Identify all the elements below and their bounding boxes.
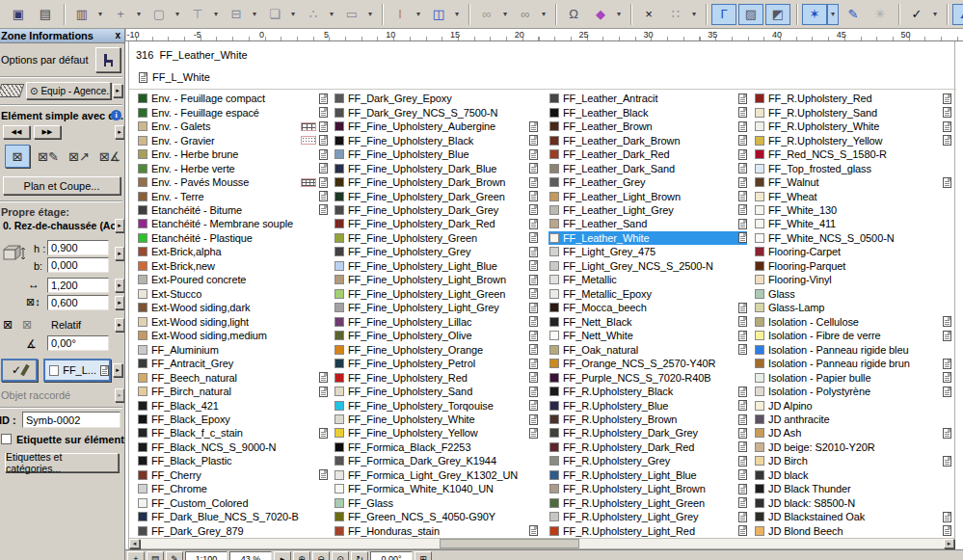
material-item-selected[interactable]: FF_Leather_White [548, 231, 747, 245]
scroll-left-arrow[interactable]: ◂ [129, 539, 140, 548]
material-item[interactable]: FF_Formica_Dark_Grey_K1944 [334, 454, 538, 467]
material-item[interactable]: JD beige: S2010-Y20R [754, 440, 951, 454]
material-item[interactable]: FF_Leather_Sand [548, 217, 747, 230]
material-item[interactable]: Etanchéité - Bitume [137, 203, 328, 217]
material-item[interactable]: FF_Fine_Upholstery_Grey [334, 245, 538, 258]
material-item[interactable]: JD Black Thunder [754, 482, 951, 495]
scroll-right-arrow[interactable]: ▸ [944, 539, 954, 548]
b-input[interactable] [47, 257, 109, 273]
material-item[interactable]: FF_Fine_Upholstery_Red [334, 370, 538, 384]
relatif-flyout-arrow[interactable]: ▸ [115, 318, 124, 332]
material-item[interactable]: FF_Cherry [137, 468, 328, 482]
material-item[interactable]: FF_Fine_Upholstery_Dark_Grey [334, 203, 538, 217]
material-item[interactable]: Ext-Brick,new [137, 259, 328, 273]
orientation-value[interactable]: 0,00° [370, 551, 413, 560]
paint-apply-button[interactable]: ✓ [1, 359, 38, 382]
material-item[interactable]: FF_Dark_Blue_NCS_S_7020-B [137, 510, 328, 523]
display-order-button[interactable]: ▥ [69, 4, 94, 25]
labels-categories-button[interactable]: Etiquettes et catégories... [5, 453, 119, 472]
drag-button[interactable]: + [108, 4, 133, 25]
connected-flyout-arrow[interactable]: ▸ [115, 388, 124, 402]
view-option-edit[interactable]: ⊠✎ [36, 145, 61, 168]
material-item[interactable]: Ext-Poured concrete [137, 273, 328, 286]
favorites-button-dropdown[interactable]: ▾ [413, 4, 424, 25]
material-item[interactable]: FF_Black_f_c_stain [137, 426, 328, 440]
resize-button[interactable]: ▭ [339, 4, 364, 25]
material-item[interactable]: FF_Purple_NCS_S_7020-R40B [548, 370, 747, 384]
render-photo-button[interactable]: ∞ [474, 4, 499, 25]
layouts-button[interactable]: ◫ [426, 4, 451, 25]
scale-select[interactable]: 1:100 [185, 551, 227, 560]
material-item[interactable]: FF_Metallic [548, 273, 747, 286]
material-item[interactable]: FF_R.Upholstery_Black [548, 385, 747, 398]
grid-toggle-button[interactable]: ⊞ [415, 551, 432, 560]
material-item[interactable]: FF_R.Upholstery_Dark_Red [548, 440, 747, 454]
material-item[interactable]: FF_R.Upholstery_Dark_Grey [548, 426, 747, 440]
material-item[interactable]: FF_Light_Grey_NCS_S_2500-N [548, 259, 747, 273]
material-item[interactable]: FF_Fine_Upholstery_Olive [334, 329, 538, 342]
material-item[interactable]: JD Blond Beech [754, 524, 951, 538]
material-item[interactable]: Env. - Feuillage espacé [137, 105, 328, 119]
material-item[interactable]: FF_Nett_Black [548, 315, 747, 329]
material-item[interactable]: FF_Fine_Upholstery_Dark_Red [334, 217, 538, 230]
group-button-dropdown[interactable]: ▾ [287, 4, 299, 25]
material-item[interactable]: Env. - Terre [137, 189, 328, 202]
stamp-tool-icon[interactable] [0, 84, 24, 97]
material-item[interactable]: FF_Fine_Upholstery_Black [334, 133, 538, 147]
info-icon[interactable]: i [111, 110, 121, 120]
layer-combo[interactable]: ⊙ Equip - Agence... [26, 82, 111, 99]
material-item[interactable]: Env. - Herbe brune [137, 147, 328, 161]
story-flyout-arrow[interactable]: ▸ [115, 219, 124, 232]
material-item[interactable]: FF_Leather_Antracit [548, 92, 747, 105]
material-item[interactable]: FF_Fine_Upholstery_Yellow [334, 426, 538, 440]
favorites-button[interactable]: Ι [388, 4, 413, 25]
display-order-button-dropdown[interactable]: ▾ [94, 4, 106, 25]
material-item[interactable]: JD black [754, 468, 951, 482]
material-item[interactable]: Isolation - Panneau rigide brun [754, 357, 951, 370]
material-item[interactable]: Isolation - Cellulose [754, 315, 951, 329]
zoom-percent[interactable]: 43 % [229, 551, 272, 560]
material-item[interactable]: Ext-Wood siding,light [137, 315, 328, 329]
material-item[interactable]: FF_R.Upholstery_Light_Red [548, 524, 747, 538]
snap-grid-button[interactable]: ∷ [663, 4, 688, 25]
material-item[interactable]: Glass-Lamp [754, 301, 951, 314]
arrow-check-button[interactable]: ✓ [904, 4, 929, 25]
material-item[interactable]: JD Alpino [754, 398, 951, 412]
material-item[interactable]: Etanchéité - Plastique [137, 231, 328, 245]
material-item[interactable]: Flooring-Vinyl [754, 273, 951, 286]
material-item[interactable]: JD Ash [754, 426, 951, 440]
rotate-view-button[interactable]: ↻ [351, 551, 368, 560]
material-item[interactable]: FF_White_130 [754, 203, 951, 217]
material-item[interactable]: FF_R.Upholstery_Yellow [754, 133, 951, 147]
material-item[interactable]: Flooring-Carpet [754, 245, 951, 258]
rotation-input[interactable] [47, 335, 109, 351]
resize-button-dropdown[interactable]: ▾ [364, 4, 376, 25]
material-item[interactable]: FF_Fine_Upholstery_Sand [334, 385, 538, 398]
arrow-check-button-dropdown[interactable]: ▾ [929, 4, 941, 25]
material-item[interactable]: Ext-Wood siding,dark [137, 301, 328, 314]
material-item[interactable]: FF_Black_NCS_S_9000-N [137, 440, 328, 454]
material-item[interactable]: Isolation - Panneau rigide bleu [754, 342, 951, 356]
view-option-dim[interactable]: ⊠↗ [67, 145, 92, 168]
material-item[interactable]: FF_Birch_natural [137, 385, 328, 398]
popup-subheader[interactable]: FF_L_White [139, 71, 210, 83]
material-item[interactable]: FF_Wheat [754, 189, 951, 202]
material-item[interactable]: FF_R.Upholstery_Red [754, 92, 951, 105]
door-display-toggle[interactable]: ◩ [765, 4, 790, 25]
material-item[interactable]: FF_Custom_Colored [137, 496, 328, 510]
material-item[interactable]: FF_Aluminium [137, 342, 328, 356]
material-item[interactable]: FF_Fine_Upholstery_Blue [334, 147, 538, 161]
material-item[interactable]: FF_Top_frosted_glass [754, 161, 951, 174]
material-item[interactable]: FF_Formica_Light_Grey_K1302_UN [334, 468, 538, 482]
material-item[interactable]: FF_Black_Epoxy [137, 413, 328, 426]
material-item[interactable]: FF_Leather_Light_Grey [548, 203, 747, 217]
anchor-alt-checkbox-icon[interactable]: ⊠ [22, 318, 32, 332]
material-item[interactable]: Isolation - Fibre de verre [754, 329, 951, 342]
material-item[interactable]: JD Blackstained Oak [754, 510, 951, 523]
material-item[interactable]: FF_R.Upholstery_Light_Brown [548, 482, 747, 495]
material-item[interactable]: FF_R.Upholstery_Blue [548, 398, 747, 412]
material-item[interactable]: JD black: S8500-N [754, 496, 951, 510]
render-photo-button-dropdown[interactable]: ▾ [499, 4, 511, 25]
cursor-snap-toggle[interactable]: ✶ [802, 4, 827, 25]
guide-lines-toggle[interactable]: Γ [711, 4, 736, 25]
